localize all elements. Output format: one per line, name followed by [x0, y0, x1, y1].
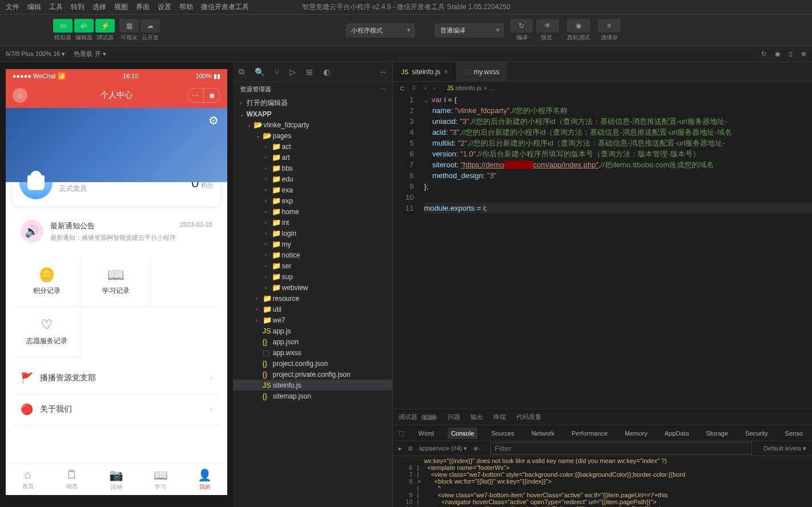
folder-webview[interactable]: ›📁webview [233, 282, 393, 293]
code-editor[interactable]: 1 2 3 4 5 6 7 8 9 10 11 ⌄ var i = { name… [393, 94, 812, 409]
folder-my[interactable]: ›📁my [233, 239, 393, 250]
folder-notice[interactable]: ›📁notice [233, 250, 393, 260]
search-icon[interactable]: 🔍 [255, 67, 264, 77]
devtools-storage[interactable]: Storage [703, 428, 732, 439]
menu-view[interactable]: 视图 [114, 2, 128, 12]
record-icon[interactable]: ◉ [775, 50, 781, 58]
list-branch[interactable]: 🚩 播播资源党支部 › [13, 363, 220, 394]
cloud-toggle[interactable]: ☁ [140, 19, 160, 33]
gear-icon[interactable]: ⚙ [208, 114, 219, 127]
editor-toggle[interactable]: ‹/› [74, 19, 94, 33]
tab-study[interactable]: 📖学习 [139, 464, 183, 495]
compile-button[interactable]: ↻ [510, 19, 533, 33]
inspect-icon[interactable]: ⬚ [399, 429, 404, 437]
api-icon[interactable]: ◐ [323, 67, 330, 77]
devtools-sources[interactable]: Sources [488, 428, 517, 439]
console-toggle-icon[interactable]: ▸ [399, 445, 402, 452]
devtools-appdata[interactable]: AppData [661, 428, 693, 439]
opened-editors-section[interactable]: ›打开的编辑器 [233, 97, 393, 109]
folder-util[interactable]: ›📁util [233, 304, 393, 315]
folder-resource[interactable]: ›📁resource [233, 293, 393, 304]
explorer-icon[interactable]: ⧉ [239, 67, 244, 77]
tab-mine[interactable]: 👤我的 [183, 464, 227, 495]
panel-quality[interactable]: 代码质量 [516, 413, 541, 421]
folder-login[interactable]: ›📁login [233, 228, 393, 239]
eye-icon[interactable]: 👁 [473, 445, 479, 452]
folder-int[interactable]: ›📁int [233, 217, 393, 228]
tab-siteinfo[interactable]: JS siteinfo.js × [393, 62, 456, 81]
devtools-network[interactable]: Network [528, 428, 558, 439]
menu-interface[interactable]: 界面 [136, 2, 150, 12]
grid-volunteer-record[interactable]: ♡ 志愿服务记录 [13, 307, 82, 357]
folder-we7[interactable]: ›📁we7 [233, 315, 393, 325]
home-icon[interactable]: ⌂ [13, 88, 27, 103]
folder-edu[interactable]: ›📁edu [233, 174, 393, 184]
file-app-js[interactable]: JSapp.js [233, 325, 393, 336]
devtools-performance[interactable]: Performance [568, 428, 611, 439]
capsule-close-icon[interactable]: ◉ [204, 88, 220, 102]
devtools-security[interactable]: Security [742, 428, 771, 439]
panel-output[interactable]: 输出 [471, 413, 483, 421]
notice-card[interactable]: 🔊 最新通知公告 2023-02-10 最新通知：播播资源网智能党建云平台小程序 [13, 212, 220, 251]
device-select[interactable]: 6/7/8 Plus 100% 16 ▾ [6, 50, 65, 58]
console-context[interactable]: appservice (#4) ▾ [419, 445, 467, 452]
grid-study-record[interactable]: 📖 学习记录 [82, 256, 151, 307]
sidebar-toggle-icon[interactable]: ⊏ [400, 84, 405, 92]
visual-toggle[interactable]: ▦ [119, 19, 139, 33]
folder-art[interactable]: ›📁art [233, 152, 393, 163]
debug-icon[interactable]: ▷ [290, 67, 296, 77]
folder-home[interactable]: ›📁home [233, 206, 393, 217]
tab-home[interactable]: ⌂首页 [6, 464, 50, 495]
console-filter-input[interactable] [491, 442, 752, 454]
real-debug-button[interactable]: ◉ [567, 19, 590, 33]
devtools-sensor[interactable]: Senso [782, 428, 806, 439]
folder-ser[interactable]: ›📁ser [233, 260, 393, 271]
menu-help[interactable]: 帮助 [179, 2, 193, 12]
devtools-memory[interactable]: Memory [621, 428, 651, 439]
compile-select[interactable]: 普通编译 [435, 23, 504, 38]
menu-tools[interactable]: 工具 [49, 2, 63, 12]
grid-points-record[interactable]: 🪙 积分记录 [13, 256, 82, 307]
mode-select[interactable]: 小程序模式 [346, 23, 415, 38]
folder-act[interactable]: ›📁act [233, 141, 393, 152]
tab-mywxss[interactable]: ⬚ my.wxss [456, 62, 508, 81]
project-folder[interactable]: ⌄📂vlinke_fdcparty [233, 119, 393, 130]
menu-edit[interactable]: 编辑 [27, 2, 41, 12]
file-sitemap[interactable]: {}sitemap.json [233, 391, 393, 401]
file-app-wxss[interactable]: ⬚app.wxss [233, 347, 393, 358]
bookmark-icon[interactable]: ⚐ [412, 84, 417, 92]
clear-cache-button[interactable]: ≡ [598, 19, 621, 33]
folder-bbs[interactable]: ›📁bbs [233, 163, 393, 174]
devtools-wxml[interactable]: Wxml [415, 428, 437, 439]
simulator-toggle[interactable]: ▭ [53, 19, 73, 33]
pages-folder[interactable]: ⌄📂pages [233, 130, 393, 141]
preview-button[interactable]: 👁 [536, 19, 559, 33]
hotreload-toggle[interactable]: 热重载 开 ▾ [74, 50, 106, 58]
capsule-menu-icon[interactable]: ⋯ [188, 88, 204, 102]
next-icon[interactable]: › [433, 84, 436, 92]
folder-exp[interactable]: ›📁exp [233, 195, 393, 206]
file-siteinfo[interactable]: JSsiteinfo.js [233, 380, 393, 391]
panel-problems[interactable]: 问题 [448, 413, 460, 421]
extensions-icon[interactable]: ⊞ [306, 67, 313, 77]
panel-terminal[interactable]: 终端 [493, 413, 506, 421]
folder-sup[interactable]: ›📁sup [233, 271, 393, 282]
refresh-icon[interactable]: ↻ [761, 50, 766, 58]
phone-icon[interactable]: ▯ [789, 50, 793, 58]
menu-goto[interactable]: 转到 [71, 2, 85, 12]
close-icon[interactable]: × [444, 68, 448, 76]
root-section[interactable]: ⌄WXAPP [233, 109, 393, 119]
file-project-private-config[interactable]: {}project.private.config.json [233, 369, 393, 380]
more-icon[interactable]: ↔ [379, 67, 387, 77]
file-app-json[interactable]: {}app.json [233, 336, 393, 347]
console-clear-icon[interactable]: ⊘ [408, 445, 413, 452]
list-about[interactable]: 🔴 关于我们 › [13, 394, 220, 425]
tab-news[interactable]: 🗒动态 [50, 464, 94, 495]
tab-activity[interactable]: 📷活动 [94, 464, 139, 495]
console-output[interactable]: wx:key="{{index}}" does not look like a … [393, 456, 812, 507]
console-levels[interactable]: Default levels ▾ [763, 445, 806, 452]
menu-file[interactable]: 文件 [6, 2, 19, 12]
git-icon[interactable]: ⑂ [275, 67, 279, 77]
compass-icon[interactable]: ⊕ [801, 50, 806, 58]
explorer-menu-icon[interactable]: ⋯ [379, 86, 385, 93]
